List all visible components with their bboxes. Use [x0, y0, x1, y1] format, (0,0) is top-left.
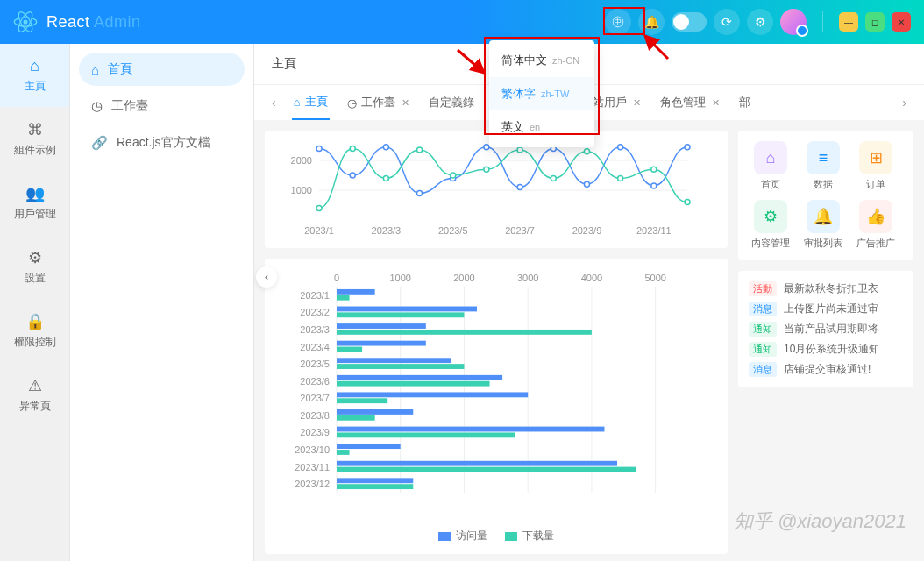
news-item-3[interactable]: 通知10月份系统升级通知 [749, 342, 903, 357]
nav-rail-item-0[interactable]: ⌂主頁 [0, 44, 69, 107]
svg-text:2023/4: 2023/4 [300, 342, 330, 352]
svg-text:2023/12: 2023/12 [295, 479, 330, 489]
tab-5[interactable]: 角色管理✕ [658, 85, 721, 120]
window-maximize-button[interactable]: ◻ [865, 12, 885, 32]
news-tag: 通知 [749, 322, 777, 337]
tab-label: 部 [739, 95, 750, 110]
nav-rail-item-1[interactable]: ⌘組件示例 [0, 107, 69, 171]
quick-action-icon: ⚙ [754, 200, 787, 233]
notifications-button[interactable]: 🔔 [638, 9, 665, 35]
quick-action-icon: ⊞ [859, 141, 892, 174]
svg-rect-64 [337, 364, 464, 369]
quick-action-5[interactable]: 👍广告推广 [854, 200, 898, 250]
quick-action-2[interactable]: ⊞订单 [854, 141, 898, 191]
lang-option-zh-TW[interactable]: 繁体字zh-TW [489, 77, 594, 110]
svg-text:2023/8: 2023/8 [300, 410, 330, 421]
avatar-edit-icon [796, 25, 808, 37]
legend-item: 访问量 [438, 529, 487, 543]
tab-label: 主頁 [305, 94, 328, 110]
divider [822, 11, 823, 32]
nav-rail-item-5[interactable]: ⚠异常頁 [0, 363, 69, 427]
svg-rect-82 [337, 467, 636, 472]
svg-text:2023/6: 2023/6 [300, 376, 330, 387]
news-text: 10月份系统升级通知 [784, 342, 903, 357]
brand-title: React Admin [46, 13, 141, 32]
nav-item-icon: 🔒 [0, 312, 69, 331]
legend-label: 下载量 [522, 529, 554, 543]
nav-rail-item-3[interactable]: ⚙設置 [0, 235, 69, 299]
lang-option-en[interactable]: 英文en [489, 110, 594, 144]
window-close-button[interactable]: ✕ [892, 12, 911, 32]
svg-point-25 [685, 145, 690, 150]
nav-item-icon: ⚙ [0, 248, 69, 267]
quick-action-icon: ≡ [807, 141, 840, 174]
theme-toggle[interactable] [672, 12, 707, 32]
svg-point-31 [484, 167, 489, 172]
tab-label: 角色管理 [660, 95, 706, 110]
svg-point-20 [517, 185, 522, 190]
tabs-next-button[interactable]: › [902, 87, 906, 118]
tab-label: 工作臺 [361, 95, 395, 110]
settings-button[interactable]: ⚙ [747, 9, 773, 35]
svg-text:5000: 5000 [644, 273, 665, 283]
tab-2[interactable]: 自定義錄 [427, 85, 476, 120]
line-chart-card: 100020002023/12023/32023/52023/72023/920… [265, 131, 728, 248]
tab-close-icon[interactable]: ✕ [712, 97, 720, 109]
svg-text:2023/10: 2023/10 [295, 444, 330, 455]
svg-rect-51 [337, 289, 375, 295]
language-button[interactable]: ㊥ [605, 9, 631, 35]
svg-rect-60 [337, 341, 426, 346]
svg-point-29 [417, 147, 423, 153]
tab-6[interactable]: 部 [737, 85, 752, 120]
tab-label: 自定義錄 [429, 95, 474, 110]
svg-point-33 [551, 175, 556, 181]
svg-rect-75 [337, 427, 604, 432]
quick-action-0[interactable]: ⌂首页 [749, 141, 793, 191]
svg-text:3000: 3000 [517, 273, 538, 283]
react-logo-icon [13, 10, 38, 34]
nav-rail-item-2[interactable]: 👥用戶管理 [0, 171, 69, 235]
legend-swatch [505, 532, 517, 541]
quick-action-icon: 👍 [859, 200, 892, 233]
svg-rect-61 [337, 347, 362, 352]
news-item-1[interactable]: 消息上传图片尚未通过审 [749, 302, 903, 316]
news-tag: 活動 [749, 281, 777, 296]
svg-rect-58 [337, 330, 592, 335]
sidebar-item-2[interactable]: 🔗React.js官方文檔 [79, 126, 245, 160]
language-dropdown[interactable]: 简体中文zh-CN繁体字zh-TW英文en [489, 40, 594, 147]
user-avatar[interactable] [780, 9, 807, 35]
sidebar-item-icon: ◷ [91, 98, 103, 114]
tab-0[interactable]: ⌂主頁 [292, 85, 330, 120]
window-minimize-button[interactable]: — [839, 12, 858, 32]
quick-action-1[interactable]: ≡数据 [801, 141, 845, 191]
nav-rail-item-4[interactable]: 🔒權限控制 [0, 299, 69, 363]
news-tag: 消息 [749, 302, 777, 316]
collapse-panel-button[interactable]: ‹ [256, 266, 277, 288]
logo-area: React Admin [13, 10, 141, 34]
tab-close-icon[interactable]: ✕ [633, 97, 641, 109]
news-text: 当前产品试用期即将 [784, 322, 903, 337]
svg-text:4000: 4000 [581, 273, 602, 283]
nav-item-label: 組件示例 [14, 144, 56, 156]
svg-point-36 [651, 167, 657, 172]
news-item-0[interactable]: 活動最新款秋冬折扣卫衣 [749, 281, 903, 296]
svg-text:2023/1: 2023/1 [300, 290, 330, 301]
sidebar-item-1[interactable]: ◷工作臺 [79, 89, 245, 123]
svg-rect-73 [337, 415, 375, 421]
tab-icon: ⌂ [294, 96, 301, 109]
refresh-button[interactable]: ⟳ [714, 9, 740, 35]
tab-close-icon[interactable]: ✕ [402, 97, 409, 109]
svg-rect-52 [337, 295, 350, 301]
tabs-prev-button[interactable]: ‹ [272, 87, 276, 118]
quick-action-icon: ⌂ [754, 141, 787, 174]
quick-action-4[interactable]: 🔔审批列表 [801, 200, 845, 250]
tab-1[interactable]: ◷工作臺✕ [345, 85, 411, 120]
lang-option-zh-CN[interactable]: 简体中文zh-CN [489, 44, 594, 77]
sidebar: ⌂首頁◷工作臺🔗React.js官方文檔 [70, 44, 254, 561]
news-item-2[interactable]: 通知当前产品试用期即将 [749, 322, 903, 337]
quick-action-3[interactable]: ⚙内容管理 [749, 200, 793, 250]
tab-icon: ◷ [347, 96, 357, 110]
sidebar-item-0[interactable]: ⌂首頁 [79, 53, 245, 86]
svg-rect-76 [337, 432, 515, 437]
news-item-4[interactable]: 消息店铺提交审核通过! [749, 362, 903, 377]
